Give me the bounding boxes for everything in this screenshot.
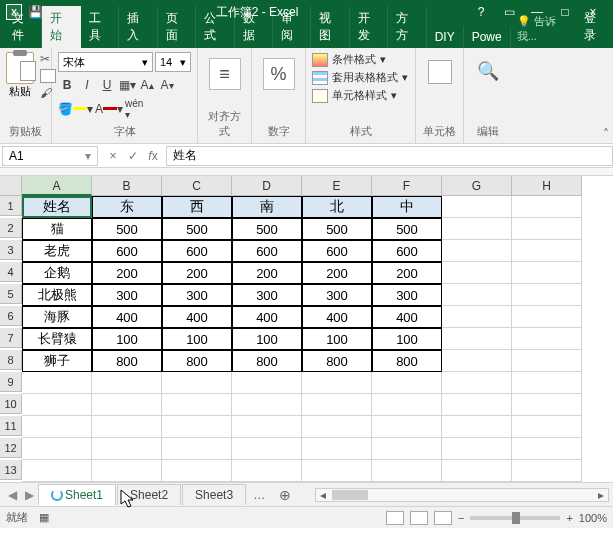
grow-font-button[interactable]: A▴	[138, 75, 156, 95]
sheet-tab-1[interactable]: Sheet1	[38, 484, 116, 506]
tab-power[interactable]: Powe	[464, 26, 511, 48]
cell-H5[interactable]	[512, 284, 582, 306]
cell-D3[interactable]: 600	[232, 240, 302, 262]
cell-C11[interactable]	[162, 416, 232, 438]
select-all-corner[interactable]	[0, 176, 22, 196]
horizontal-scrollbar[interactable]: ◂ ▸	[315, 488, 609, 502]
cell-A10[interactable]	[22, 394, 92, 416]
tab-home[interactable]: 开始	[42, 6, 80, 48]
cell-B12[interactable]	[92, 438, 162, 460]
row-header-6[interactable]: 6	[0, 306, 22, 326]
cell-B3[interactable]: 600	[92, 240, 162, 262]
cell-B10[interactable]	[92, 394, 162, 416]
col-header-D[interactable]: D	[232, 176, 302, 196]
col-header-E[interactable]: E	[302, 176, 372, 196]
cell-E8[interactable]: 800	[302, 350, 372, 372]
cell-E7[interactable]: 100	[302, 328, 372, 350]
cell-B6[interactable]: 400	[92, 306, 162, 328]
tab-file[interactable]: 文件	[4, 6, 42, 48]
fx-icon[interactable]: fx	[144, 149, 162, 163]
tab-page[interactable]: 页面	[158, 6, 196, 48]
cell-F6[interactable]: 400	[372, 306, 442, 328]
cell-B8[interactable]: 800	[92, 350, 162, 372]
number-icon[interactable]: %	[263, 58, 295, 90]
cell-A5[interactable]: 北极熊	[22, 284, 92, 306]
cell-H1[interactable]	[512, 196, 582, 218]
name-box[interactable]: A1▾	[2, 146, 98, 166]
row-header-5[interactable]: 5	[0, 284, 22, 304]
grid-area[interactable]: ABCDEFGH1姓名东西南北中2猫5005005005005003老虎6006…	[0, 176, 613, 482]
cell-G3[interactable]	[442, 240, 512, 262]
zoom-out-icon[interactable]: −	[458, 512, 464, 524]
sheet-nav-next-icon[interactable]: ▶	[21, 488, 38, 502]
cell-D1[interactable]: 南	[232, 196, 302, 218]
zoom-in-icon[interactable]: +	[566, 512, 572, 524]
row-header-12[interactable]: 12	[0, 438, 22, 458]
conditional-format-button[interactable]: 条件格式 ▾	[312, 52, 409, 67]
scroll-left-icon[interactable]: ◂	[316, 488, 330, 502]
page-layout-view-icon[interactable]	[410, 511, 428, 525]
cell-D9[interactable]	[232, 372, 302, 394]
cell-F12[interactable]	[372, 438, 442, 460]
zoom-value[interactable]: 100%	[579, 512, 607, 524]
col-header-B[interactable]: B	[92, 176, 162, 196]
cell-G11[interactable]	[442, 416, 512, 438]
cell-F8[interactable]: 800	[372, 350, 442, 372]
cell-H4[interactable]	[512, 262, 582, 284]
phonetic-button[interactable]: wén▾	[125, 99, 143, 119]
zoom-slider[interactable]	[470, 516, 560, 520]
cell-G2[interactable]	[442, 218, 512, 240]
italic-button[interactable]: I	[78, 75, 96, 95]
cancel-formula-icon[interactable]: ×	[104, 149, 122, 163]
cell-F4[interactable]: 200	[372, 262, 442, 284]
cell-C4[interactable]: 200	[162, 262, 232, 284]
cell-C13[interactable]	[162, 460, 232, 482]
add-sheet-icon[interactable]: ⊕	[271, 487, 299, 503]
tab-tools[interactable]: 工具	[81, 6, 119, 48]
cell-H8[interactable]	[512, 350, 582, 372]
cell-A11[interactable]	[22, 416, 92, 438]
cell-D4[interactable]: 200	[232, 262, 302, 284]
cell-A7[interactable]: 长臂猿	[22, 328, 92, 350]
col-header-A[interactable]: A	[22, 176, 92, 196]
cell-B11[interactable]	[92, 416, 162, 438]
cell-G8[interactable]	[442, 350, 512, 372]
cell-D12[interactable]	[232, 438, 302, 460]
paste-button[interactable]: 粘贴	[6, 52, 34, 100]
cell-H6[interactable]	[512, 306, 582, 328]
cell-style-button[interactable]: 单元格样式 ▾	[312, 88, 409, 103]
row-header-7[interactable]: 7	[0, 328, 22, 348]
cell-C9[interactable]	[162, 372, 232, 394]
tab-data[interactable]: 数据	[235, 6, 273, 48]
cell-F7[interactable]: 100	[372, 328, 442, 350]
tab-dev[interactable]: 开发	[350, 6, 388, 48]
cell-E10[interactable]	[302, 394, 372, 416]
accept-formula-icon[interactable]: ✓	[124, 149, 142, 163]
cell-D6[interactable]: 400	[232, 306, 302, 328]
cell-E3[interactable]: 600	[302, 240, 372, 262]
col-header-F[interactable]: F	[372, 176, 442, 196]
formula-input[interactable]: 姓名	[166, 146, 613, 166]
cell-D7[interactable]: 100	[232, 328, 302, 350]
cell-F9[interactable]	[372, 372, 442, 394]
cell-H9[interactable]	[512, 372, 582, 394]
cell-F3[interactable]: 600	[372, 240, 442, 262]
cell-D13[interactable]	[232, 460, 302, 482]
cell-B5[interactable]: 300	[92, 284, 162, 306]
align-icon[interactable]: ≡	[209, 58, 241, 90]
font-size-select[interactable]: 14▾	[155, 52, 191, 72]
row-header-2[interactable]: 2	[0, 218, 22, 238]
bold-button[interactable]: B	[58, 75, 76, 95]
tab-review[interactable]: 审阅	[273, 6, 311, 48]
cell-A3[interactable]: 老虎	[22, 240, 92, 262]
cell-B9[interactable]	[92, 372, 162, 394]
row-header-9[interactable]: 9	[0, 372, 22, 392]
sheet-tab-2[interactable]: Sheet2	[117, 484, 181, 505]
cell-G7[interactable]	[442, 328, 512, 350]
cell-C5[interactable]: 300	[162, 284, 232, 306]
row-header-3[interactable]: 3	[0, 240, 22, 260]
font-color-button[interactable]: A▾	[95, 99, 123, 119]
cell-H12[interactable]	[512, 438, 582, 460]
col-header-H[interactable]: H	[512, 176, 582, 196]
cell-E4[interactable]: 200	[302, 262, 372, 284]
